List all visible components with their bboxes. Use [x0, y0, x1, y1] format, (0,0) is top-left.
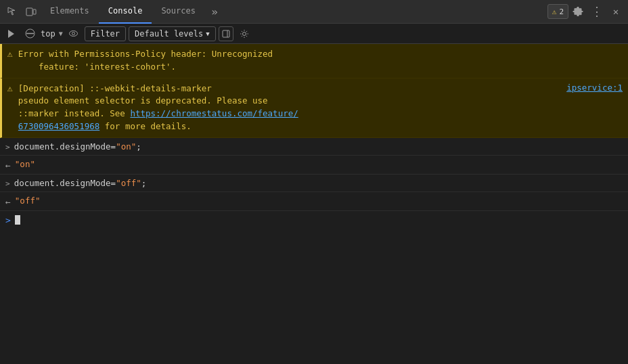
- eye-icon[interactable]: [66, 26, 82, 42]
- console-settings-icon[interactable]: [236, 26, 252, 42]
- svg-rect-7: [223, 30, 229, 37]
- inspect-icon[interactable]: [3, 2, 22, 21]
- cursor: [15, 215, 20, 225]
- dropdown-icon: ▼: [206, 30, 209, 37]
- warning-text-1: Error with Permissions-Policy header: Un…: [18, 48, 273, 74]
- more-tabs-icon[interactable]: »: [205, 2, 224, 21]
- entry-code-1: document.designMode="on";: [14, 141, 141, 152]
- output-chevron-1: ←: [5, 160, 11, 170]
- warning-count: 2: [559, 7, 564, 16]
- warning-source-link[interactable]: ipservice:1: [566, 83, 623, 93]
- output-chevron-2: ←: [5, 197, 11, 207]
- close-devtools-icon[interactable]: ✕: [606, 2, 625, 21]
- console-output: ⚠ Error with Permissions-Policy header: …: [0, 44, 628, 364]
- clear-console-icon[interactable]: [22, 26, 38, 42]
- settings-icon[interactable]: [568, 2, 587, 21]
- console-entry-2: ← "on": [0, 156, 628, 175]
- play-icon[interactable]: [3, 26, 19, 42]
- svg-point-6: [72, 32, 75, 35]
- warning-triangle-icon: ⚠: [552, 7, 557, 16]
- entry-value-2: "off": [15, 196, 41, 206]
- warning-icon-2: ⚠: [7, 83, 13, 133]
- warning-badge[interactable]: ⚠ 2: [547, 4, 568, 19]
- devtools-toolbar: Elements Console Sources » ⚠ 2 ⋮ ✕: [0, 0, 628, 24]
- context-selector[interactable]: top ▼: [41, 29, 63, 39]
- entry-value-1: "on": [15, 159, 35, 169]
- tab-sources[interactable]: Sources: [152, 0, 205, 24]
- sidebar-toggle[interactable]: [219, 26, 233, 41]
- tab-console[interactable]: Console: [99, 0, 152, 24]
- device-toggle-icon[interactable]: [22, 2, 41, 21]
- context-dropdown-icon: ▼: [59, 30, 63, 37]
- more-options-icon[interactable]: ⋮: [587, 2, 606, 21]
- warning-message-2: ⚠ [Deprecation] ::-webkit-details-marker…: [0, 78, 628, 138]
- warning-icon-1: ⚠: [7, 49, 13, 74]
- warning-text-2b: pseudo element selector is deprecated. P…: [18, 95, 623, 133]
- console-prompt[interactable]: >: [0, 211, 628, 229]
- context-label: top: [41, 29, 55, 39]
- filter-button[interactable]: Filter: [85, 26, 126, 41]
- warning-message-1: ⚠ Error with Permissions-Policy header: …: [0, 44, 628, 78]
- prompt-icon: >: [5, 215, 11, 225]
- console-entry-1: > document.designMode="on";: [0, 138, 628, 156]
- entry-code-2: document.designMode="off";: [14, 178, 147, 188]
- svg-marker-2: [8, 30, 14, 38]
- warning-text-2a: [Deprecation] ::-webkit-details-marker: [18, 83, 212, 95]
- input-chevron-2[interactable]: >: [5, 179, 10, 188]
- tab-elements[interactable]: Elements: [41, 0, 99, 24]
- input-chevron-1[interactable]: >: [5, 143, 10, 152]
- svg-rect-1: [33, 9, 36, 14]
- svg-point-9: [242, 32, 246, 35]
- default-levels-button[interactable]: Default levels ▼: [129, 26, 216, 41]
- chromestatus-link[interactable]: https://chromestatus.com/feature/6730096…: [18, 108, 298, 131]
- console-entry-3: > document.designMode="off";: [0, 175, 628, 192]
- console-entry-4: ← "off": [0, 192, 628, 211]
- console-toolbar: top ▼ Filter Default levels ▼: [0, 24, 628, 44]
- svg-rect-0: [26, 8, 32, 16]
- svg-point-5: [70, 31, 78, 37]
